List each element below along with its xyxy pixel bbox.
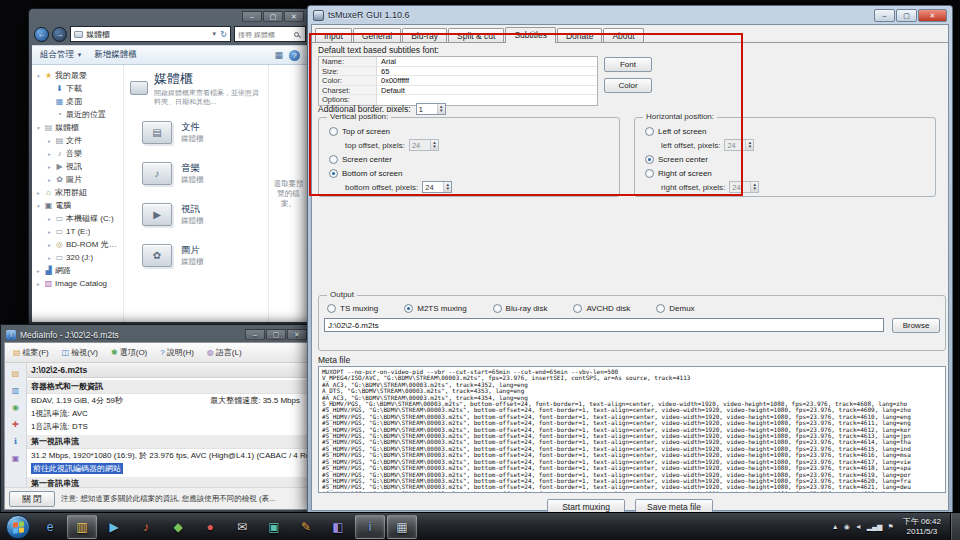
maximize-button[interactable]: ▢ bbox=[896, 9, 917, 22]
output-mode-radio[interactable]: Demux bbox=[656, 304, 694, 313]
sidebar-item[interactable]: ▸ ▧ Image Catalog bbox=[35, 277, 123, 290]
taskbar-clock[interactable]: 下午 06:42 2011/5/3 bbox=[903, 517, 941, 537]
search-box[interactable] bbox=[234, 26, 306, 42]
tab[interactable]: General bbox=[353, 28, 401, 43]
additional-border-spinner[interactable]: 1 ▲▼ bbox=[416, 103, 446, 115]
close-button[interactable]: ✕ bbox=[918, 9, 947, 22]
refresh-icon[interactable]: ↻ bbox=[220, 30, 227, 39]
sidebar-item[interactable]: ▸ ◎ BD-ROM 光碟機 (G:) T bbox=[35, 238, 123, 251]
address-bar[interactable]: 媒體櫃 ▼ ↻ bbox=[70, 26, 231, 42]
close-button[interactable]: ✕ bbox=[284, 11, 304, 22]
video-codec-website-link[interactable]: 前往此視訊編碼器的網站 bbox=[31, 463, 123, 474]
show-desktop-button[interactable] bbox=[950, 513, 960, 540]
expander-icon[interactable]: ▾ bbox=[35, 73, 42, 79]
expander-icon[interactable]: ▸ bbox=[46, 151, 53, 157]
maximize-button[interactable]: ▢ bbox=[263, 11, 283, 22]
spinner-buttons[interactable]: ▲▼ bbox=[745, 140, 753, 150]
tab[interactable]: Input bbox=[315, 28, 352, 43]
meta-file-textarea[interactable]: MUXOPT --no-pcr-on-video-pid --vbr --cut… bbox=[318, 366, 946, 493]
side-toolbar-icon[interactable]: ✚ bbox=[8, 418, 23, 431]
close-button[interactable]: ✕ bbox=[287, 329, 307, 340]
expander-icon[interactable]: ▸ bbox=[35, 190, 42, 196]
sidebar-item[interactable]: ▸ ▭ 1T (E:) bbox=[35, 225, 123, 238]
sidebar-item[interactable]: ▸ ▟ 網路 bbox=[35, 264, 123, 277]
sidebar-item[interactable]: ▸ ♪ 音樂 bbox=[35, 147, 123, 160]
taskbar-app-icon[interactable]: ✎ bbox=[291, 515, 321, 539]
sidebar-item[interactable]: ⬇ 下載 bbox=[35, 82, 123, 95]
taskbar-app-icon[interactable]: ▥ bbox=[67, 515, 97, 539]
taskbar-app-icon[interactable]: ▣ bbox=[259, 515, 289, 539]
taskbar-app-icon[interactable]: i bbox=[355, 515, 385, 539]
maximize-button[interactable]: ▢ bbox=[266, 329, 286, 340]
tray-icon[interactable]: ▲ bbox=[832, 523, 839, 530]
side-toolbar-icon[interactable]: ◉ bbox=[8, 401, 23, 414]
radio-screen-center-vertical[interactable] bbox=[329, 155, 338, 164]
spinner-buttons[interactable]: ▲▼ bbox=[443, 182, 451, 192]
expander-icon[interactable]: ▸ bbox=[46, 229, 53, 235]
library-item[interactable]: ▤ 文件 媒體櫃 bbox=[130, 112, 262, 153]
change-view-button[interactable]: ▦ bbox=[274, 50, 283, 60]
side-toolbar-icon[interactable]: ℹ bbox=[8, 435, 23, 448]
radio-top-of-screen[interactable] bbox=[329, 127, 338, 136]
taskbar-app-icon[interactable]: ◆ bbox=[163, 515, 193, 539]
expander-icon[interactable]: ▸ bbox=[35, 268, 42, 274]
browse-button[interactable]: Browse bbox=[892, 318, 940, 333]
output-mode-radio[interactable]: AVCHD disk bbox=[573, 304, 630, 313]
tray-icon[interactable]: ◉ bbox=[844, 523, 850, 531]
sidebar-item[interactable]: ▸ ▭ 320 (J:) bbox=[35, 251, 123, 264]
taskbar-app-icon[interactable]: ● bbox=[195, 515, 225, 539]
breadcrumb-dropdown-icon[interactable]: ▼ bbox=[211, 31, 217, 37]
spinner-buttons[interactable]: ▲▼ bbox=[430, 140, 438, 150]
mediainfo-toolbar-button[interactable]: ◍ 語言(L) bbox=[202, 344, 247, 361]
radio-bottom-of-screen[interactable] bbox=[329, 169, 338, 178]
mediainfo-toolbar-button[interactable]: ◫ 檢視(V) bbox=[57, 344, 103, 361]
sidebar-item[interactable]: ▾ ★ 我的最愛 bbox=[35, 69, 123, 82]
right-offset-spinner[interactable]: 24 ▲▼ bbox=[729, 181, 759, 193]
side-toolbar-icon[interactable]: ▣ bbox=[8, 452, 23, 465]
tab[interactable]: Blu-ray bbox=[402, 28, 447, 43]
library-item[interactable]: ♪ 音樂 媒體櫃 bbox=[130, 153, 262, 194]
radio-right-of-screen[interactable] bbox=[645, 169, 654, 178]
minimize-button[interactable]: – bbox=[245, 329, 265, 340]
output-mode-radio[interactable]: M2TS muxing bbox=[404, 304, 466, 313]
library-item[interactable]: ▶ 視訊 媒體櫃 bbox=[130, 194, 262, 235]
expander-icon[interactable]: ▸ bbox=[35, 281, 42, 287]
start-button[interactable] bbox=[6, 515, 30, 539]
side-toolbar-icon[interactable]: ▥ bbox=[8, 384, 23, 397]
sidebar-item[interactable]: ▾ ▣ 電腦 bbox=[35, 199, 123, 212]
output-mode-radio[interactable]: Blu-ray disk bbox=[493, 304, 548, 313]
sidebar-item[interactable]: ▾ ▤ 媒體櫃 bbox=[35, 121, 123, 134]
forward-button[interactable]: → bbox=[52, 27, 67, 42]
tab[interactable]: Subtitles bbox=[505, 27, 556, 43]
sidebar-item[interactable]: ▸ ▶ 視訊 bbox=[35, 160, 123, 173]
expander-icon[interactable]: ▸ bbox=[46, 255, 53, 261]
tray-icon[interactable]: ⚑ bbox=[887, 523, 893, 531]
mediainfo-toolbar-button[interactable]: ▤ 檔案(F) bbox=[8, 344, 54, 361]
sidebar-item[interactable]: ▸ ▤ 文件 bbox=[35, 134, 123, 147]
top-offset-spinner[interactable]: 24 ▲▼ bbox=[409, 139, 439, 151]
breadcrumb[interactable]: 媒體櫃 bbox=[86, 29, 110, 40]
mediainfo-toolbar-button[interactable]: ? 說明(H) bbox=[155, 344, 199, 361]
minimize-button[interactable]: – bbox=[874, 9, 895, 22]
taskbar-app-icon[interactable]: ▶ bbox=[99, 515, 129, 539]
tray-icon[interactable]: ▂▄▆ bbox=[867, 523, 883, 531]
taskbar-app-icon[interactable]: e bbox=[35, 515, 65, 539]
radio-left-of-screen[interactable] bbox=[645, 127, 654, 136]
font-button[interactable]: Font bbox=[604, 57, 652, 72]
taskbar-app-icon[interactable]: ◧ bbox=[323, 515, 353, 539]
taskbar-app-icon[interactable]: ✉ bbox=[227, 515, 257, 539]
color-button[interactable]: Color bbox=[604, 78, 652, 93]
mediainfo-toolbar-button[interactable]: ✱ 選項(O) bbox=[106, 344, 152, 361]
sidebar-item[interactable]: ▦ 桌面 bbox=[35, 95, 123, 108]
spinner-buttons[interactable]: ▲▼ bbox=[750, 182, 758, 192]
sidebar-item[interactable]: ▸ ✿ 圖片 bbox=[35, 173, 123, 186]
sidebar-item[interactable]: ▸ ▭ 本機磁碟 (C:) bbox=[35, 212, 123, 225]
library-item[interactable]: ✿ 圖片 媒體櫃 bbox=[130, 235, 262, 276]
expander-icon[interactable]: ▸ bbox=[46, 138, 53, 144]
taskbar-app-icon[interactable]: ♪ bbox=[131, 515, 161, 539]
spinner-buttons[interactable]: ▲▼ bbox=[437, 104, 445, 114]
left-offset-spinner[interactable]: 24 ▲▼ bbox=[724, 139, 754, 151]
sidebar-item[interactable]: ▸ ⌂ 家用群組 bbox=[35, 186, 123, 199]
bottom-offset-spinner[interactable]: 24 ▲▼ bbox=[422, 181, 452, 193]
close-dialog-button[interactable]: 關 閉 bbox=[9, 491, 55, 507]
